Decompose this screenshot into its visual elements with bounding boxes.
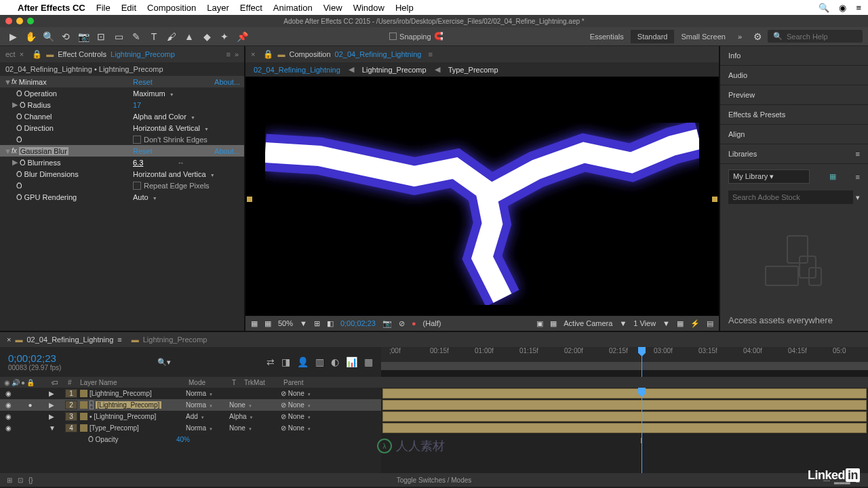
current-time[interactable]: 0;00;02;23 xyxy=(340,319,376,327)
opacity-value[interactable]: 40% xyxy=(176,436,190,443)
tab-prev[interactable]: ect xyxy=(5,50,16,58)
menu-edit[interactable]: Edit xyxy=(121,3,136,13)
region-icon[interactable]: ▣ xyxy=(536,319,543,328)
mask-tool-icon[interactable]: ▭ xyxy=(111,29,126,44)
blend-mode-dropdown[interactable]: Norma xyxy=(186,390,229,397)
pan-behind-tool-icon[interactable]: ⊡ xyxy=(94,29,108,44)
mask-toggle-icon[interactable]: ◧ xyxy=(327,319,334,328)
fast-preview-icon[interactable]: ⚡ xyxy=(690,319,700,328)
crumb-2[interactable]: Type_Precomp xyxy=(448,66,498,74)
gpu-dropdown[interactable]: Auto xyxy=(133,193,157,201)
motion-blur-icon[interactable]: ◐ xyxy=(331,357,339,367)
blend-mode-dropdown[interactable]: Norma xyxy=(186,401,229,409)
preview-panel[interactable]: Preview xyxy=(720,85,868,105)
repeat-edge-checkbox[interactable] xyxy=(133,182,141,190)
align-panel[interactable]: Align xyxy=(720,125,868,144)
minimax-reset-button[interactable]: Reset xyxy=(133,78,153,86)
toggle-modes-icon[interactable]: ⊡ xyxy=(18,476,23,484)
menu-window[interactable]: Window xyxy=(353,3,384,13)
comp-panel-menu-icon[interactable]: ≡ xyxy=(428,50,432,58)
layer-color-icon[interactable] xyxy=(80,424,87,432)
search-help[interactable]: 🔍 xyxy=(768,30,863,43)
bounding-handle[interactable] xyxy=(247,197,252,202)
workspace-small-screen[interactable]: Small Screen xyxy=(674,30,732,43)
snapping-magnet-icon[interactable]: 🧲 xyxy=(434,32,443,41)
menu-help[interactable]: Help xyxy=(395,3,414,13)
menu-effect[interactable]: Effect xyxy=(240,3,262,13)
lock-icon[interactable]: 🔒 xyxy=(32,49,42,59)
timeline-layer-row[interactable]: ◉ ▼ 4 [Type_Precomp] Norma None ⊘ None xyxy=(0,422,381,434)
shrink-edges-checkbox[interactable] xyxy=(133,136,141,144)
timeline-layer-row[interactable]: ◉● ▶ 2 ▫[Lightning_Precomp] Norma None ⊘… xyxy=(0,399,381,411)
camera-tool-icon[interactable]: 📷 xyxy=(76,29,91,44)
solo-toggle[interactable]: ● xyxy=(26,401,35,409)
views-dropdown[interactable]: 1 View xyxy=(633,319,656,327)
menu-file[interactable]: File xyxy=(96,3,111,13)
toggle-switches-modes-button[interactable]: Toggle Switches / Modes xyxy=(397,476,472,484)
channel-dropdown[interactable]: Alpha and Color xyxy=(133,113,195,121)
timeline-icon[interactable]: ▤ xyxy=(707,319,713,328)
libraries-panel-header[interactable]: Libraries≡ xyxy=(720,144,868,164)
brush-tool-icon[interactable]: 🖌 xyxy=(164,29,179,44)
gauss-about-button[interactable]: About... xyxy=(214,147,240,155)
comp-lock-icon[interactable]: 🔒 xyxy=(263,49,273,59)
close-window-icon[interactable] xyxy=(5,18,12,24)
trkmat-dropdown[interactable]: Alpha xyxy=(229,413,281,420)
crumb-0[interactable]: 02_04_Refining_Lightning xyxy=(254,66,340,74)
frame-blend-icon[interactable]: ▥ xyxy=(315,357,324,367)
panel-menu-icon[interactable]: ≡ xyxy=(226,50,230,58)
timeline-tab-2[interactable]: ▬Lightning_Precomp xyxy=(132,336,208,344)
timeline-layer-row[interactable]: ◉ ▶ 1 [Lightning_Precomp] Norma ⊘ None xyxy=(0,388,381,399)
panel-menu-icon[interactable]: ≡ xyxy=(856,150,860,158)
trkmat-dropdown[interactable]: None xyxy=(229,424,281,432)
workspace-essentials[interactable]: Essentials xyxy=(583,30,631,43)
minimize-window-icon[interactable] xyxy=(16,18,23,24)
stock-search-input[interactable] xyxy=(728,190,853,204)
clone-tool-icon[interactable]: ▲ xyxy=(182,29,197,44)
resolution-icon[interactable]: ▦ xyxy=(251,319,258,328)
composition-viewer[interactable] xyxy=(245,77,719,316)
toggle-switches-icon[interactable]: ⊞ xyxy=(7,476,12,484)
panel-overflow-icon[interactable]: » xyxy=(235,50,239,58)
menu-extras-icon[interactable]: ≡ xyxy=(856,3,861,13)
zoom-dropdown-icon[interactable]: ▼ xyxy=(300,319,307,327)
brackets-icon[interactable]: {} xyxy=(28,476,33,484)
parent-dropdown[interactable]: ⊘ None xyxy=(281,390,349,397)
selection-tool-icon[interactable]: ▶ xyxy=(5,29,20,44)
camera-dropdown[interactable]: Active Camera xyxy=(564,319,612,327)
composition-tab[interactable]: × 🔒 ▬ Composition 02_04_Refining_Lightni… xyxy=(245,46,719,62)
layer-duration-bar[interactable] xyxy=(382,388,867,399)
resolution-dropdown[interactable]: (Half) xyxy=(423,319,441,327)
cc-icon[interactable]: ◉ xyxy=(839,3,846,13)
search-help-input[interactable] xyxy=(787,33,854,41)
layer-duration-bar[interactable] xyxy=(382,423,867,433)
visibility-toggle[interactable]: ◉ xyxy=(4,413,13,420)
timeline-track-area[interactable]: I xyxy=(381,388,868,473)
minimax-about-button[interactable]: About... xyxy=(214,78,240,86)
blur-dims-dropdown[interactable]: Horizontal and Vertica xyxy=(133,170,215,178)
transparency-icon[interactable]: ▦ xyxy=(550,319,557,328)
parent-dropdown[interactable]: ⊘ None xyxy=(281,424,349,432)
current-time-display[interactable]: 0;00;02;23 xyxy=(8,352,61,364)
comp-tab-close-icon[interactable]: × xyxy=(251,50,255,58)
app-menu[interactable]: After Effects CC xyxy=(18,3,85,13)
search-timeline-icon[interactable]: 🔍▾ xyxy=(157,358,171,367)
direction-dropdown[interactable]: Horizontal & Vertical xyxy=(133,124,209,132)
hand-tool-icon[interactable]: ✋ xyxy=(23,29,38,44)
ec-layer-link[interactable]: Lightning_Precomp xyxy=(111,50,175,58)
gauss-reset-button[interactable]: Reset xyxy=(133,147,153,155)
pen-tool-icon[interactable]: ✎ xyxy=(129,29,144,44)
bounding-handle[interactable] xyxy=(712,197,717,202)
list-view-icon[interactable]: ≡ xyxy=(856,173,860,181)
layer-duration-bar[interactable] xyxy=(382,400,867,410)
snapshot-icon[interactable]: 📷 xyxy=(382,319,392,328)
visibility-toggle[interactable]: ◉ xyxy=(4,390,13,397)
work-area-bar[interactable] xyxy=(381,362,868,370)
sync-icon[interactable]: ⚙ xyxy=(750,29,765,44)
roto-tool-icon[interactable]: ✦ xyxy=(217,29,232,44)
blurriness-value[interactable]: 6.3 xyxy=(133,159,143,167)
brainstorm-icon[interactable]: ▦ xyxy=(364,357,373,367)
zoom-tool-icon[interactable]: 🔍 xyxy=(41,29,56,44)
workspace-overflow-icon[interactable]: » xyxy=(732,30,747,43)
blend-mode-dropdown[interactable]: Add xyxy=(186,413,229,420)
